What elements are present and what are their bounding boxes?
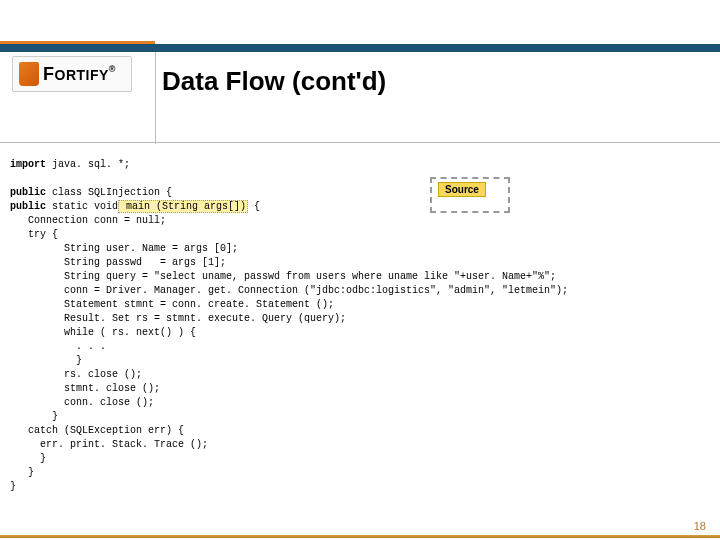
divider-vertical: [155, 52, 156, 144]
code-block: import java. sql. *; public class SQLInj…: [10, 158, 712, 494]
fortify-logo: FORTIFY®: [12, 56, 132, 92]
divider-horizontal: [0, 142, 720, 143]
highlight-main-args: main (String args[]): [118, 200, 248, 213]
source-label: Source: [438, 182, 486, 197]
source-callout: Source: [430, 177, 510, 213]
header-orange-strip: [0, 41, 155, 44]
slide-title: Data Flow (cont'd): [162, 66, 386, 97]
page-number: 18: [694, 520, 706, 532]
logo-text: FORTIFY®: [43, 64, 116, 85]
shield-icon: [19, 62, 39, 86]
footer-line: [0, 535, 720, 538]
header-blue-band: [0, 44, 720, 52]
